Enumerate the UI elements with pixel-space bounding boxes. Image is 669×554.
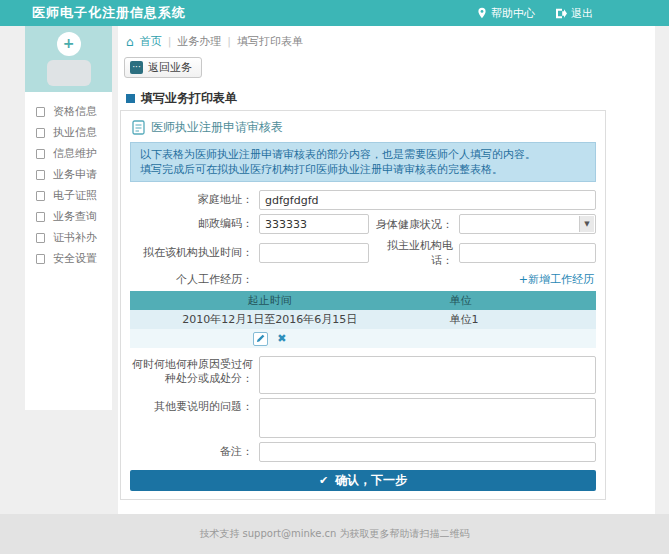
sidebar-item-practice[interactable]: 执业信息 bbox=[25, 122, 112, 143]
section-title-label: 填写业务打印表单 bbox=[141, 90, 237, 107]
breadcrumb-home[interactable]: 首页 bbox=[140, 34, 162, 49]
confirm-next-button[interactable]: ✔ 确认，下一步 bbox=[130, 470, 596, 491]
table-header-unit: 单位 bbox=[410, 293, 596, 308]
back-button-label: 返回业务 bbox=[148, 60, 192, 75]
page-footer: 技术支持 support@minke.cn 为获取更多帮助请扫描二维码 bbox=[0, 514, 669, 554]
section-bullet-icon bbox=[126, 94, 135, 103]
file-icon bbox=[36, 170, 45, 180]
search-icon bbox=[36, 212, 45, 222]
sidebar-item-label: 执业信息 bbox=[53, 125, 97, 140]
breadcrumb-separator: | bbox=[168, 35, 172, 48]
app-title: 医师电子化注册信息系统 bbox=[14, 4, 186, 22]
form-row-other-issues: 其他要说明的问题： bbox=[130, 398, 596, 438]
app-header: 医师电子化注册信息系统 帮助中心 退出 bbox=[0, 0, 669, 26]
form-panel: 医师执业注册申请审核表 以下表格为医师执业注册申请审核表的部分内容，也是需要医师… bbox=[120, 110, 606, 500]
other-issues-label: 其他要说明的问题： bbox=[130, 398, 259, 414]
sidebar-item-application[interactable]: 业务申请 bbox=[25, 164, 112, 185]
sidebar-item-label: 业务申请 bbox=[53, 167, 97, 182]
sidebar-item-security[interactable]: 安全设置 bbox=[25, 248, 112, 269]
form-row-punishment: 何时何地何种原因受过何种处分或成处分： bbox=[130, 356, 596, 394]
remark-label: 备注： bbox=[130, 445, 259, 459]
badge-icon bbox=[36, 191, 45, 201]
practice-time-input[interactable] bbox=[259, 243, 369, 263]
notice-line-2: 填写完成后可在拟执业医疗机构打印医师执业注册申请审核表的完整表格。 bbox=[140, 162, 586, 177]
form-header: 医师执业注册申请审核表 bbox=[132, 119, 596, 136]
edit-icon[interactable] bbox=[253, 332, 268, 346]
book-icon bbox=[36, 233, 45, 243]
org-phone-input[interactable] bbox=[459, 243, 596, 263]
sidebar-item-certificate[interactable]: 电子证照 bbox=[25, 185, 112, 206]
postcode-input[interactable] bbox=[259, 214, 369, 234]
sidebar-item-qualification[interactable]: 资格信息 bbox=[25, 101, 112, 122]
section-title: 填写业务打印表单 bbox=[126, 90, 237, 107]
logout-icon bbox=[555, 8, 567, 19]
help-center-label: 帮助中心 bbox=[491, 6, 535, 21]
table-cell-unit: 单位1 bbox=[410, 312, 596, 327]
logout-link[interactable]: 退出 bbox=[555, 6, 593, 21]
page: 医师电子化注册信息系统 帮助中心 退出 + 资格信息 执业信息 bbox=[0, 0, 669, 554]
sidebar-item-label: 电子证照 bbox=[53, 188, 97, 203]
sidebar-item-label: 证书补办 bbox=[53, 230, 97, 245]
breadcrumb: ⌂ 首页 | 业务办理 | 填写打印表单 bbox=[126, 34, 303, 49]
punishment-label: 何时何地何种原因受过何种处分或成处分： bbox=[130, 356, 259, 386]
footer-text: 技术支持 support@minke.cn 为获取更多帮助请扫描二维码 bbox=[199, 527, 469, 541]
user-avatar: + bbox=[25, 26, 112, 92]
address-input[interactable] bbox=[259, 190, 596, 210]
form-row-address: 家庭地址： bbox=[130, 190, 596, 210]
form-row-work-history: 个人工作经历： +新增工作经历 bbox=[130, 272, 596, 287]
notice-box: 以下表格为医师执业注册申请审核表的部分内容，也是需要医师个人填写的内容。 填写完… bbox=[130, 142, 596, 182]
table-cell-period: 2010年12月1日至2016年6月15日 bbox=[130, 312, 410, 327]
form-row-practice-phone: 拟在该机构执业时间： 拟主业机构电话： bbox=[130, 238, 596, 268]
postcode-label: 邮政编码： bbox=[130, 217, 259, 231]
form-row-postcode-health: 邮政编码： 身体健康状况： ▼ bbox=[130, 214, 596, 234]
check-icon: ✔ bbox=[319, 474, 328, 487]
document-icon bbox=[36, 107, 45, 117]
address-label: 家庭地址： bbox=[130, 193, 259, 207]
work-history-table: 起止时间 单位 2010年12月1日至2016年6月15日 单位1 ✖ bbox=[130, 291, 596, 348]
header-actions: 帮助中心 退出 bbox=[477, 6, 593, 21]
practice-time-label: 拟在该机构执业时间： bbox=[130, 246, 259, 260]
health-status-label: 身体健康状况： bbox=[369, 217, 459, 232]
delete-icon[interactable]: ✖ bbox=[277, 332, 286, 346]
user-icon bbox=[36, 128, 45, 138]
pencil-icon bbox=[256, 334, 265, 343]
sidebar-item-label: 业务查询 bbox=[53, 209, 97, 224]
breadcrumb-current: 填写打印表单 bbox=[237, 34, 303, 49]
wrench-icon bbox=[36, 149, 45, 159]
location-pin-icon bbox=[477, 7, 487, 19]
back-to-business-button[interactable]: ··· 返回业务 bbox=[124, 57, 202, 78]
sidebar-menu: 资格信息 执业信息 信息维护 业务申请 电子证照 业务查询 bbox=[25, 92, 112, 269]
sidebar-item-label: 信息维护 bbox=[53, 146, 97, 161]
sidebar: + 资格信息 执业信息 信息维护 业务申请 电子证照 bbox=[25, 26, 112, 410]
notice-line-1: 以下表格为医师执业注册申请审核表的部分内容，也是需要医师个人填写的内容。 bbox=[140, 147, 586, 162]
sidebar-item-query[interactable]: 业务查询 bbox=[25, 206, 112, 227]
add-work-history-link[interactable]: +新增工作经历 bbox=[519, 272, 596, 287]
content-area: ⌂ 首页 | 业务办理 | 填写打印表单 ··· 返回业务 填写业务打印表单 bbox=[118, 26, 655, 514]
row-action-icons: ✖ bbox=[130, 332, 410, 346]
chevron-down-icon: ▼ bbox=[579, 216, 594, 232]
back-icon: ··· bbox=[130, 61, 143, 74]
punishment-textarea[interactable] bbox=[259, 356, 596, 394]
help-center-link[interactable]: 帮助中心 bbox=[477, 6, 535, 21]
table-row-actions: ✖ bbox=[130, 329, 596, 348]
sidebar-item-label: 安全设置 bbox=[53, 251, 97, 266]
logout-label: 退出 bbox=[571, 6, 593, 21]
work-history-label: 个人工作经历： bbox=[130, 273, 259, 287]
table-row: 2010年12月1日至2016年6月15日 单位1 bbox=[130, 310, 596, 329]
sidebar-item-label: 资格信息 bbox=[53, 104, 97, 119]
breadcrumb-section[interactable]: 业务办理 bbox=[177, 34, 221, 49]
org-phone-label: 拟主业机构电话： bbox=[369, 238, 459, 268]
lock-icon bbox=[36, 254, 45, 264]
form-title: 医师执业注册申请审核表 bbox=[151, 119, 283, 136]
health-status-select[interactable]: ▼ bbox=[459, 214, 596, 234]
sidebar-item-maintenance[interactable]: 信息维护 bbox=[25, 143, 112, 164]
form-document-icon bbox=[132, 120, 145, 135]
sidebar-item-reissue[interactable]: 证书补办 bbox=[25, 227, 112, 248]
home-icon: ⌂ bbox=[126, 35, 134, 49]
avatar-body-shape bbox=[47, 60, 91, 86]
table-header-row: 起止时间 单位 bbox=[130, 291, 596, 310]
remark-input[interactable] bbox=[259, 442, 596, 462]
other-issues-textarea[interactable] bbox=[259, 398, 596, 438]
table-header-period: 起止时间 bbox=[130, 293, 410, 308]
confirm-next-label: 确认，下一步 bbox=[335, 472, 407, 489]
